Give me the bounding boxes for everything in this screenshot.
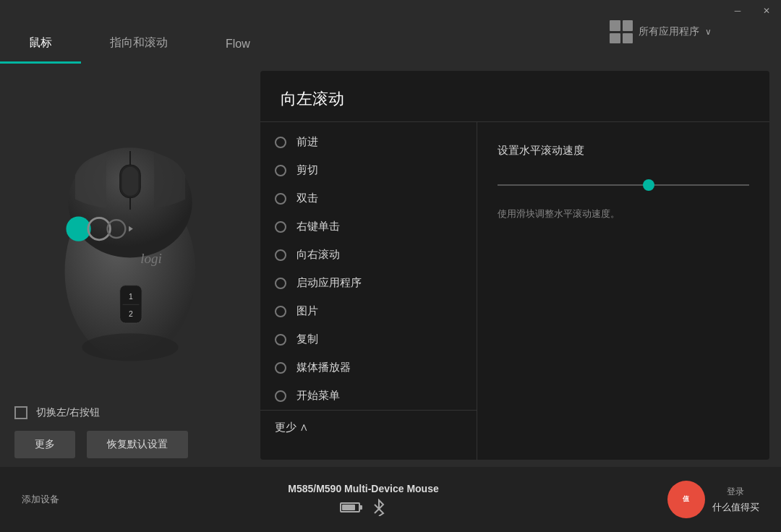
list-item[interactable]: 启动应用程序 <box>260 269 477 297</box>
tab-mouse[interactable]: 鼠标 <box>0 0 81 64</box>
radio-icon <box>275 278 286 289</box>
button-row: 更多 恢复默认设置 <box>14 431 246 458</box>
popup-title: 向左滚动 <box>260 71 769 122</box>
show-less-button[interactable]: 更少 ∧ <box>260 410 477 445</box>
radio-icon <box>275 249 286 261</box>
radio-icon <box>275 221 286 233</box>
list-item[interactable]: 剪切 <box>260 156 477 184</box>
settings-title: 设置水平滚动速度 <box>498 144 749 158</box>
badge-text: 值 <box>683 495 689 504</box>
swap-buttons-checkbox[interactable] <box>14 406 27 419</box>
svg-text:2: 2 <box>129 310 133 318</box>
titlebar: ─ ✕ <box>723 0 781 22</box>
svg-text:1: 1 <box>129 293 133 301</box>
radio-icon <box>275 137 286 148</box>
slider-fill <box>498 184 649 186</box>
settings-section: 设置水平滚动速度 使用滑块调整水平滚动速度。 <box>498 144 749 222</box>
site-name: 什么值得买 <box>712 501 759 514</box>
radio-icon <box>275 165 286 176</box>
swap-buttons-label: 切换左/右按钮 <box>36 406 100 419</box>
bottom-controls: 切换左/右按钮 更多 恢复默认设置 <box>0 398 260 467</box>
device-icons <box>340 499 386 516</box>
popup-body: 前进 剪切 双击 右键单击 向右滚动 <box>260 122 769 460</box>
grid-icon <box>610 20 633 43</box>
svg-rect-4 <box>122 167 139 196</box>
slider-right-track <box>649 184 749 186</box>
apps-selector[interactable]: 所有应用程序 ∨ <box>610 0 723 64</box>
menu-list: 前进 剪切 双击 右键单击 向右滚动 <box>260 122 477 460</box>
mouse-image: 1 2 logi <box>29 93 231 382</box>
reset-button[interactable]: 恢复默认设置 <box>87 431 188 458</box>
apps-label: 所有应用程序 <box>639 25 699 38</box>
login-label[interactable]: 登录 <box>727 486 744 498</box>
list-item[interactable]: 右键单击 <box>260 213 477 241</box>
footer: 添加设备 M585/M590 Multi-Device Mouse 值 登录 什… <box>0 467 781 532</box>
site-badge: 值 <box>667 481 705 518</box>
swap-buttons-row[interactable]: 切换左/右按钮 <box>14 406 246 419</box>
settings-panel: 设置水平滚动速度 使用滑块调整水平滚动速度。 <box>477 122 769 460</box>
radio-icon <box>275 193 286 205</box>
svg-point-13 <box>82 333 178 361</box>
chevron-down-icon: ∨ <box>705 27 712 37</box>
minimize-button[interactable]: ─ <box>723 0 752 22</box>
more-button[interactable]: 更多 <box>14 431 75 458</box>
tab-flow[interactable]: Flow <box>197 0 279 64</box>
settings-description: 使用滑块调整水平滚动速度。 <box>498 207 749 222</box>
list-item[interactable]: 复制 <box>260 325 477 353</box>
login-area: 登录 什么值得买 <box>712 486 759 514</box>
radio-icon <box>275 390 286 402</box>
list-item[interactable]: 前进 <box>260 128 477 156</box>
radio-icon <box>275 362 286 374</box>
device-name: M585/M590 Multi-Device Mouse <box>288 483 439 494</box>
radio-icon <box>275 334 286 346</box>
battery-icon <box>340 502 360 512</box>
slider-thumb[interactable] <box>643 179 654 191</box>
list-item[interactable]: 向右滚动 <box>260 241 477 269</box>
popup-panel: 向左滚动 前进 剪切 双击 右键单击 <box>260 71 769 460</box>
add-device-button[interactable]: 添加设备 <box>22 493 59 506</box>
device-info: M585/M590 Multi-Device Mouse <box>288 483 439 516</box>
close-button[interactable]: ✕ <box>752 0 781 22</box>
list-item[interactable]: 媒体播放器 <box>260 353 477 382</box>
svg-text:logi: logi <box>140 251 162 266</box>
battery-fill <box>342 505 355 510</box>
footer-right: 值 登录 什么值得买 <box>667 481 759 518</box>
bluetooth-icon <box>372 499 386 516</box>
tabbar: 鼠标 指向和滚动 Flow <box>0 0 651 64</box>
slider-track <box>498 184 749 186</box>
tab-pointer[interactable]: 指向和滚动 <box>81 0 197 64</box>
speed-slider-container[interactable] <box>498 178 749 192</box>
radio-icon <box>275 306 286 317</box>
list-item[interactable]: 双击 <box>260 184 477 213</box>
list-item[interactable]: 开始菜单 <box>260 382 477 410</box>
list-item[interactable]: 图片 <box>260 297 477 325</box>
